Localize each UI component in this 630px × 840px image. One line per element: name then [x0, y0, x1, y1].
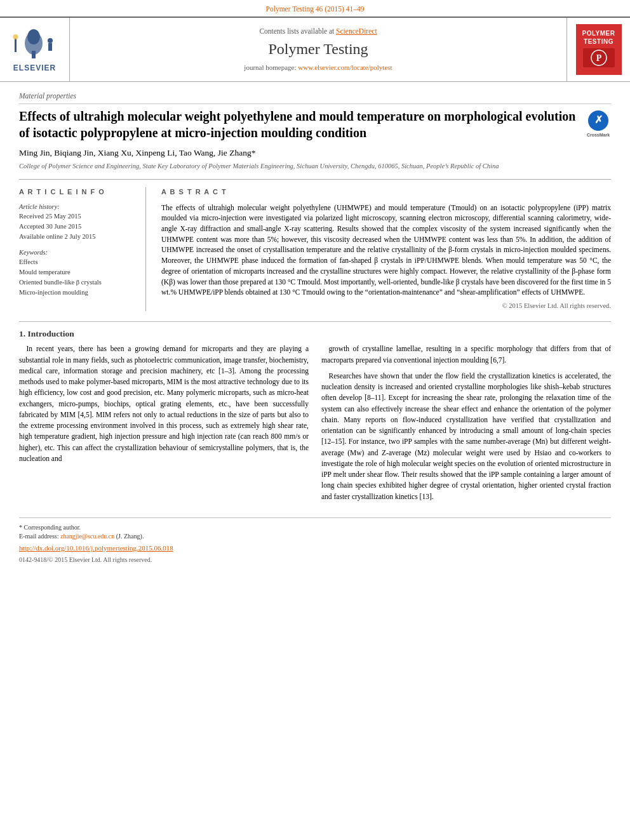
- svg-point-4: [13, 34, 18, 39]
- body-para-2: growth of crystalline lamellae, resultin…: [321, 343, 611, 366]
- svg-point-5: [48, 38, 53, 43]
- elsevier-logo-block: ELSEVIER: [0, 18, 70, 81]
- affiliation: College of Polymer Science and Engineeri…: [19, 162, 611, 171]
- abstract-text: The effects of ultrahigh molecular weigh…: [161, 203, 611, 298]
- article-category: Material properties: [19, 91, 611, 104]
- corresponding-note: * Corresponding author.: [19, 524, 81, 531]
- body-col-left: In recent years, there has been a growin…: [19, 343, 309, 507]
- history-label: Article history:: [19, 203, 135, 212]
- journal-citation: Polymer Testing 46 (2015) 41–49: [266, 5, 365, 13]
- body-divider: [19, 321, 611, 322]
- journal-homepage: journal homepage: www.elsevier.com/locat…: [244, 63, 392, 72]
- svg-text:P: P: [596, 53, 601, 63]
- email-link[interactable]: zhangjie@scu.edu.cn: [60, 533, 114, 540]
- journal-title: Polymer Testing: [268, 39, 368, 60]
- email-name: (J. Zhang).: [116, 533, 144, 540]
- svg-rect-6: [48, 43, 52, 51]
- copyright-line: © 2015 Elsevier Ltd. All rights reserved…: [161, 302, 611, 311]
- keyword-3: Oriented bundle-like β crystals: [19, 277, 135, 288]
- article-info-abstract: A R T I C L E I N F O Article history: R…: [19, 179, 611, 310]
- pt-badge-block: POLYMER TESTING P: [566, 18, 630, 81]
- body-content: 1. Introduction In recent years, there h…: [19, 321, 611, 507]
- abstract-col: A B S T R A C T The effects of ultrahigh…: [161, 187, 611, 310]
- email-note: E-mail address: zhangjie@scu.edu.cn (J. …: [19, 532, 611, 541]
- keyword-2: Mould temperature: [19, 267, 135, 277]
- svg-rect-3: [15, 38, 17, 52]
- abstract-heading: A B S T R A C T: [161, 187, 611, 197]
- elsevier-tree-icon: [10, 25, 60, 60]
- article-info-col: A R T I C L E I N F O Article history: R…: [19, 187, 146, 310]
- header: ELSEVIER Contents lists available at Sci…: [0, 17, 630, 82]
- authors: Ming Jin, Biqiang Jin, Xiang Xu, Xinpeng…: [19, 147, 611, 159]
- crossmark-icon: ✗: [588, 110, 608, 131]
- article-title-block: Effects of ultrahigh molecular weight po…: [19, 108, 611, 141]
- authors-text: Ming Jin, Biqiang Jin, Xiang Xu, Xinpeng…: [19, 148, 255, 157]
- sciencedirect-link[interactable]: ScienceDirect: [336, 27, 377, 35]
- doi-link[interactable]: http://dx.doi.org/10.1016/j.polymertesti…: [19, 543, 611, 553]
- footer-issn: 0142-9418/© 2015 Elsevier Ltd. All right…: [19, 556, 611, 564]
- main-content: Material properties Effects of ultrahigh…: [0, 82, 630, 578]
- crossmark-label: CrossMark: [587, 132, 610, 138]
- section-1-title: 1. Introduction: [19, 328, 611, 340]
- pt-badge-icon: P: [583, 48, 615, 67]
- article-title-text: Effects of ultrahigh molecular weight po…: [19, 108, 586, 141]
- page: Polymer Testing 46 (2015) 41–49: [0, 0, 630, 840]
- received-date: Received 25 May 2015 Accepted 30 June 20…: [19, 211, 135, 241]
- svg-point-2: [27, 29, 40, 44]
- crossmark-badge[interactable]: ✗ CrossMark: [586, 110, 611, 138]
- article-history: Article history: Received 25 May 2015 Ac…: [19, 203, 135, 242]
- pt-badge: POLYMER TESTING P: [576, 24, 622, 75]
- homepage-link[interactable]: www.elsevier.com/locate/polytest: [298, 63, 392, 71]
- footer-note: * Corresponding author.: [19, 523, 611, 532]
- elsevier-logo: ELSEVIER: [10, 25, 60, 74]
- body-two-col: In recent years, there has been a growin…: [19, 343, 611, 507]
- keyword-4: Micro-injection moulding: [19, 288, 135, 298]
- keywords-label: Keywords:: [19, 248, 135, 258]
- journal-link-bar: Polymer Testing 46 (2015) 41–49: [0, 0, 630, 17]
- body-col-right: growth of crystalline lamellae, resultin…: [321, 343, 611, 507]
- keywords-block: Keywords: Effects Mould temperature Orie…: [19, 248, 135, 298]
- keyword-1: Effects: [19, 257, 135, 267]
- article-info-heading: A R T I C L E I N F O: [19, 187, 135, 197]
- footer: * Corresponding author. E-mail address: …: [19, 517, 611, 564]
- email-label: E-mail address:: [19, 533, 58, 540]
- elsevier-label: ELSEVIER: [13, 63, 56, 74]
- body-para-1: In recent years, there has been a growin…: [19, 343, 309, 464]
- journal-header-center: Contents lists available at ScienceDirec…: [70, 18, 566, 81]
- body-para-3: Researches have shown that under the flo…: [321, 371, 611, 502]
- sciencedirect-line: Contents lists available at ScienceDirec…: [259, 26, 377, 36]
